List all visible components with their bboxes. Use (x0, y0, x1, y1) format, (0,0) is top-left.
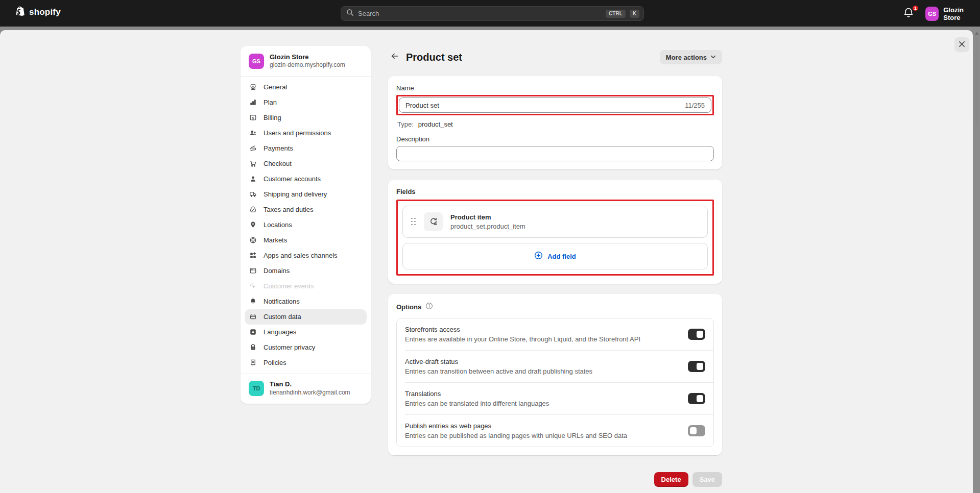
toggle-active-draft-status[interactable] (688, 361, 705, 372)
sidebar-store-name: Glozin Store (270, 53, 345, 61)
chevron-down-icon (710, 54, 716, 61)
option-description: Entries are available in your Online Sto… (405, 335, 680, 343)
toggle-storefronts-access[interactable] (688, 329, 705, 340)
lock-icon (249, 343, 257, 351)
option-title: Storefronts access (405, 326, 680, 333)
store-name-label: Glozin Store (943, 6, 980, 21)
sidebar-item-custom-data[interactable]: Custom data (245, 309, 367, 325)
shortcut-k-key: K (630, 10, 639, 18)
sidebar-item-payments[interactable]: Payments (245, 141, 367, 156)
option-description: Entries can be published as landing page… (405, 432, 680, 439)
info-icon[interactable] (425, 302, 433, 312)
options-title: Options (396, 303, 421, 311)
sidebar-item-customer-accounts[interactable]: Customer accounts (245, 171, 367, 187)
sidebar-item-label: Taxes and duties (264, 206, 314, 213)
sidebar-item-checkout[interactable]: Checkout (245, 156, 367, 171)
sidebar-item-locations[interactable]: Locations (245, 217, 367, 233)
document-icon (249, 359, 257, 366)
option-description: Entries can transition between active an… (405, 367, 680, 375)
description-input[interactable] (396, 146, 714, 161)
page-scrollbar[interactable] (974, 31, 979, 493)
toggle-knob (697, 395, 703, 402)
drag-handle-icon[interactable] (411, 218, 416, 226)
close-modal-button[interactable] (954, 37, 969, 52)
close-icon (959, 40, 965, 50)
name-input[interactable]: Product set 11/255 (399, 97, 711, 113)
billing-icon: $ (249, 114, 257, 121)
truck-icon (249, 190, 257, 198)
store-menu-button[interactable]: GS Glozin Store (925, 6, 980, 21)
sidebar-item-taxes-and-duties[interactable]: Taxes and duties (245, 202, 367, 217)
apps-icon (249, 252, 257, 259)
toggle-knob (690, 427, 697, 434)
sidebar-item-label: Checkout (264, 160, 292, 167)
toggle-knob (697, 331, 703, 338)
sidebar-item-markets[interactable]: Markets (245, 233, 367, 248)
options-header: Options (396, 302, 714, 312)
scrollbar-up-arrow[interactable] (975, 32, 979, 35)
sidebar-item-shipping-and-delivery[interactable]: Shipping and delivery (245, 187, 367, 202)
shopify-logo[interactable]: shopify (15, 6, 61, 19)
option-title: Active-draft status (405, 358, 680, 365)
sidebar-item-label: Markets (264, 236, 287, 244)
cursor-icon (249, 282, 257, 290)
add-field-button[interactable]: Add field (402, 243, 708, 269)
sidebar-item-policies[interactable]: Policies (245, 355, 367, 371)
notification-badge: 1 (912, 5, 919, 12)
sidebar-item-users-and-permissions[interactable]: Users and permissions (245, 126, 367, 141)
footer-actions: Delete Save (388, 472, 722, 487)
page-header: Product set More actions (388, 50, 722, 65)
settings-sidebar: GS Glozin Store glozin-demo.myshopify.co… (241, 46, 371, 404)
page-title: Product set (406, 52, 660, 63)
shopify-bag-icon (15, 6, 26, 19)
sidebar-item-languages[interactable]: ALanguages (245, 325, 367, 340)
sidebar-item-label: Users and permissions (264, 129, 331, 137)
sidebar-store-domain: glozin-demo.myshopify.com (270, 61, 345, 69)
field-name: Product item (450, 213, 525, 221)
sidebar-item-label: Apps and sales channels (264, 252, 338, 259)
sidebar-store-header: GS Glozin Store glozin-demo.myshopify.co… (241, 46, 371, 76)
store-avatar: GS (925, 7, 939, 21)
sidebar-item-plan[interactable]: Plan (245, 95, 367, 110)
sidebar-item-label: Locations (264, 221, 292, 229)
sidebar-item-apps-and-sales-channels[interactable]: Apps and sales channels (245, 248, 367, 263)
type-value: product_set (418, 120, 453, 128)
sidebar-item-domains[interactable]: Domains (245, 263, 367, 279)
database-icon (249, 313, 257, 321)
back-button[interactable] (388, 51, 401, 64)
sidebar-item-label: Payments (264, 144, 293, 152)
toggle-publish-entries-as-web-pages[interactable] (688, 425, 705, 436)
delete-button[interactable]: Delete (654, 472, 688, 487)
bell-icon (249, 298, 257, 305)
character-counter: 11/255 (685, 102, 705, 109)
user-avatar: TD (249, 381, 264, 396)
location-pin-icon (249, 221, 257, 229)
sidebar-item-general[interactable]: General (245, 80, 367, 95)
cart-icon (249, 160, 257, 167)
sidebar-item-notifications[interactable]: Notifications (245, 294, 367, 309)
save-button: Save (692, 472, 722, 487)
user-email: tienanhdinh.work@gmail.com (270, 389, 350, 397)
language-icon: A (249, 328, 257, 336)
person-icon (249, 175, 257, 183)
search-input[interactable]: Search CTRL K (341, 6, 644, 21)
plan-icon (249, 98, 257, 106)
more-actions-label: More actions (666, 54, 707, 61)
notifications-button[interactable]: 1 (903, 7, 918, 21)
storefront-icon (249, 83, 257, 91)
sidebar-item-label: General (264, 83, 287, 91)
sidebar-item-label: Customer events (264, 282, 314, 290)
more-actions-button[interactable]: More actions (660, 50, 722, 64)
globe-icon (249, 236, 257, 244)
scrollbar-thumb[interactable] (975, 37, 978, 126)
sidebar-item-customer-privacy[interactable]: Customer privacy (245, 340, 367, 355)
toggle-translations[interactable] (688, 393, 705, 404)
shortcut-ctrl-key: CTRL (606, 10, 626, 18)
topbar: shopify Search CTRL K 1 GS Glozin Store (0, 0, 980, 27)
user-name: Tian D. (270, 380, 350, 389)
option-row-storefronts-access: Storefronts accessEntries are available … (397, 318, 713, 350)
field-row-product-item[interactable]: Product item product_set.product_item (402, 206, 708, 238)
sidebar-user-footer[interactable]: TD Tian D. tienanhdinh.work@gmail.com (241, 374, 371, 404)
annotation-box-name: Product set 11/255 (396, 95, 714, 115)
sidebar-item-billing[interactable]: $Billing (245, 110, 367, 126)
